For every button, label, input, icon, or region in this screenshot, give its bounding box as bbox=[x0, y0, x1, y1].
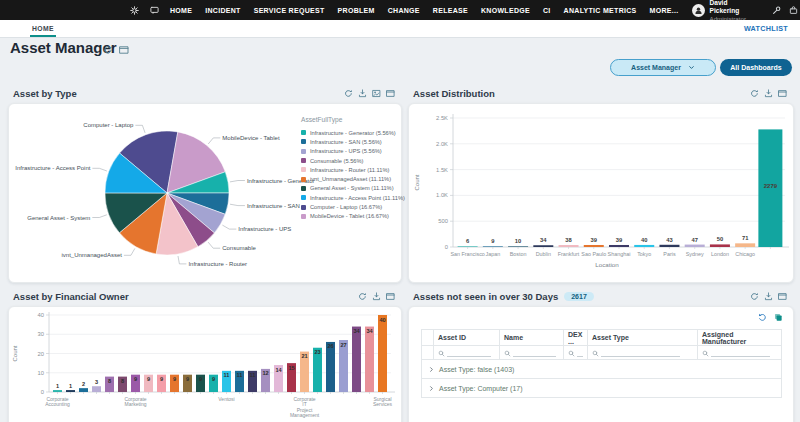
legend-item[interactable]: Infrastructure - Generator (5.56%) bbox=[301, 128, 401, 137]
svg-text:2.5K: 2.5K bbox=[436, 115, 448, 121]
column-header[interactable]: Assigned Manufacturer bbox=[698, 330, 782, 346]
column-header[interactable]: Asset Type bbox=[588, 330, 698, 346]
chevron-down-icon bbox=[688, 64, 695, 71]
legend-item[interactable]: Infrastructure - Router (11.11%) bbox=[301, 165, 401, 174]
svg-text:40: 40 bbox=[38, 312, 44, 318]
legend-item[interactable]: Infrastructure - UPS (5.56%) bbox=[301, 147, 401, 156]
refresh-icon[interactable] bbox=[750, 292, 759, 301]
bar[interactable] bbox=[735, 243, 755, 247]
expand-icon[interactable] bbox=[386, 89, 395, 98]
refresh-icon[interactable] bbox=[103, 45, 113, 55]
nav-item-analytic-metrics[interactable]: ANALYTIC METRICS bbox=[564, 7, 637, 14]
bar-value: 10 bbox=[515, 238, 521, 244]
legend-item[interactable]: Infrastructure - SAN (5.56%) bbox=[301, 137, 401, 146]
bar[interactable] bbox=[559, 245, 579, 247]
x-tick-label: Paris bbox=[663, 251, 676, 257]
asset-by-financial-owner-bar-chart: 0102030401123889999999111111121415212326… bbox=[9, 307, 401, 422]
bar[interactable] bbox=[458, 246, 478, 247]
bar-value: 3 bbox=[95, 379, 98, 385]
legend-item[interactable]: ivnt_UnmanagedAsset (11.11%) bbox=[301, 174, 401, 183]
expand-icon[interactable] bbox=[386, 292, 395, 301]
x-axis-label: Location bbox=[595, 261, 619, 268]
group-row[interactable]: Asset Type: Computer (17) bbox=[422, 379, 782, 398]
bar[interactable] bbox=[659, 245, 679, 247]
bar[interactable] bbox=[508, 246, 528, 247]
x-tick-label: Frankfurt bbox=[558, 251, 580, 257]
column-header[interactable]: Asset ID bbox=[434, 330, 500, 346]
panel-header-asset-distribution: Asset Distribution bbox=[408, 85, 792, 101]
bar[interactable] bbox=[584, 245, 604, 247]
bar-value: 34 bbox=[540, 237, 547, 243]
column-header[interactable]: Name bbox=[500, 330, 564, 346]
expand-icon[interactable] bbox=[778, 292, 787, 301]
filter-cell[interactable] bbox=[564, 346, 588, 360]
bar[interactable] bbox=[634, 245, 654, 247]
legend-item[interactable]: Consumable (5.56%) bbox=[301, 156, 401, 165]
download-icon[interactable] bbox=[764, 292, 773, 301]
chat-icon[interactable] bbox=[150, 6, 159, 15]
download-icon[interactable] bbox=[372, 292, 381, 301]
column-header[interactable]: DEX ... bbox=[564, 330, 588, 346]
gear-icon[interactable] bbox=[130, 6, 139, 15]
bar-value: 1 bbox=[56, 383, 59, 389]
refresh-icon[interactable] bbox=[344, 89, 353, 98]
group-row[interactable]: Asset Type: false (1403) bbox=[422, 360, 782, 379]
wrench-icon[interactable] bbox=[772, 6, 781, 15]
legend-item[interactable]: General Asset - System (11.11%) bbox=[301, 184, 401, 193]
bar[interactable] bbox=[685, 245, 705, 247]
bar[interactable] bbox=[339, 340, 348, 392]
filter-cell[interactable] bbox=[698, 346, 782, 360]
bar-value: 1 bbox=[69, 383, 72, 389]
bar[interactable] bbox=[79, 388, 88, 392]
nav-item-more[interactable]: MORE... bbox=[650, 7, 679, 14]
legend-item[interactable]: Infrastructure - Access Point (11.11%) bbox=[301, 193, 401, 202]
nav-item-knowledge[interactable]: KNOWLEDGE bbox=[481, 7, 530, 14]
refresh-icon[interactable] bbox=[750, 89, 759, 98]
bar-value: 38 bbox=[565, 237, 572, 243]
x-tick-label: Dublin bbox=[536, 251, 551, 257]
filter-cell[interactable] bbox=[588, 346, 698, 360]
bar[interactable] bbox=[365, 327, 374, 392]
nav-item-service-request[interactable]: SERVICE REQUEST bbox=[254, 7, 325, 14]
download-icon[interactable] bbox=[764, 89, 773, 98]
bar[interactable] bbox=[326, 342, 335, 392]
nav-item-change[interactable]: CHANGE bbox=[388, 7, 420, 14]
user-menu[interactable]: David Pickering Administrator bbox=[692, 0, 746, 22]
bar[interactable] bbox=[66, 390, 75, 392]
bar[interactable] bbox=[378, 315, 387, 392]
bar-value: 43 bbox=[666, 237, 673, 243]
filter-cell[interactable] bbox=[500, 346, 564, 360]
x-tick-label: Ventosi bbox=[218, 396, 234, 402]
bar[interactable] bbox=[53, 390, 62, 392]
all-dashboards-button[interactable]: All Dashboards bbox=[720, 59, 792, 76]
briefcase-icon[interactable] bbox=[789, 6, 798, 15]
dashboard-panel-icon[interactable] bbox=[119, 45, 129, 55]
nav-item-home[interactable]: HOME bbox=[170, 7, 192, 14]
search-icon bbox=[504, 350, 511, 357]
bar[interactable] bbox=[609, 245, 629, 247]
watchlist-link[interactable]: WATCHLIST bbox=[744, 24, 788, 33]
tab-home[interactable]: HOME bbox=[30, 21, 56, 37]
bar[interactable] bbox=[533, 245, 553, 247]
undo-icon[interactable] bbox=[758, 313, 767, 322]
bar-value: 40 bbox=[641, 237, 647, 243]
bar[interactable] bbox=[710, 244, 730, 247]
download-icon[interactable] bbox=[358, 89, 367, 98]
bar[interactable] bbox=[92, 386, 101, 392]
refresh-icon[interactable] bbox=[358, 292, 367, 301]
nav-item-release[interactable]: RELEASE bbox=[433, 7, 468, 14]
bar[interactable] bbox=[352, 327, 361, 392]
bar-value: 11 bbox=[250, 372, 256, 378]
nav-item-incident[interactable]: INCIDENT bbox=[205, 7, 240, 14]
nav-item-ci[interactable]: CI bbox=[543, 7, 551, 14]
expand-icon[interactable] bbox=[778, 89, 787, 98]
filter-cell[interactable] bbox=[434, 346, 500, 360]
image-icon[interactable] bbox=[372, 89, 381, 98]
pie-label: Infrastructure - Access Point bbox=[15, 165, 90, 171]
copy-icon[interactable] bbox=[774, 313, 783, 322]
bar[interactable] bbox=[483, 246, 503, 247]
legend-item[interactable]: MobileDevice - Tablet (16.67%) bbox=[301, 212, 401, 221]
dashboard-picker-button[interactable]: Asset Manager bbox=[610, 59, 716, 76]
nav-item-problem[interactable]: PROBLEM bbox=[338, 7, 375, 14]
legend-item[interactable]: Computer - Laptop (16.67%) bbox=[301, 202, 401, 211]
